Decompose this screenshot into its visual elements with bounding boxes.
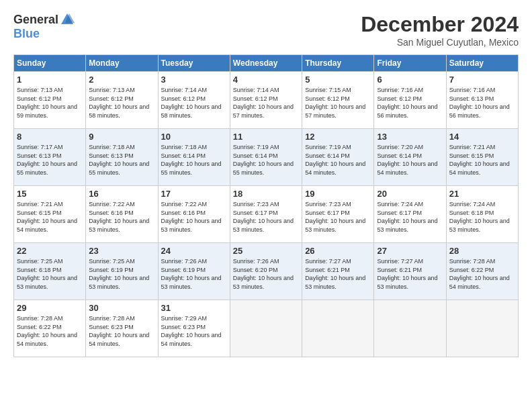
- table-row: 26 Sunrise: 7:27 AMSunset: 6:21 PMDaylig…: [302, 243, 374, 300]
- table-row: 16 Sunrise: 7:22 AMSunset: 6:16 PMDaylig…: [86, 186, 158, 243]
- day-number: 5: [305, 75, 371, 85]
- day-number: 24: [161, 246, 227, 256]
- table-row: 8 Sunrise: 7:17 AMSunset: 6:13 PMDayligh…: [14, 129, 86, 186]
- day-info: Sunrise: 7:23 AMSunset: 6:17 PMDaylight:…: [233, 201, 294, 233]
- logo-general-text: General: [13, 13, 58, 27]
- table-row: 1 Sunrise: 7:13 AMSunset: 6:12 PMDayligh…: [14, 72, 86, 129]
- table-row: 5 Sunrise: 7:15 AMSunset: 6:12 PMDayligh…: [302, 72, 374, 129]
- title-section: December 2024 San Miguel Cuyutlan, Mexic…: [361, 12, 519, 48]
- day-info: Sunrise: 7:19 AMSunset: 6:14 PMDaylight:…: [233, 144, 294, 176]
- table-row: 13 Sunrise: 7:20 AMSunset: 6:14 PMDaylig…: [374, 129, 446, 186]
- day-info: Sunrise: 7:27 AMSunset: 6:21 PMDaylight:…: [377, 258, 437, 290]
- day-number: 18: [233, 189, 299, 199]
- day-number: 19: [305, 189, 371, 199]
- calendar-table: Sunday Monday Tuesday Wednesday Thursday…: [13, 54, 519, 357]
- logo-blue-text: Blue: [13, 27, 40, 41]
- day-number: 27: [377, 246, 443, 256]
- day-info: Sunrise: 7:20 AMSunset: 6:14 PMDaylight:…: [377, 144, 437, 176]
- table-row: [446, 300, 518, 357]
- day-info: Sunrise: 7:28 AMSunset: 6:22 PMDaylight:…: [449, 258, 510, 290]
- day-number: 29: [17, 303, 83, 313]
- logo: General Blue: [13, 12, 75, 41]
- day-number: 17: [161, 189, 227, 199]
- day-number: 1: [17, 75, 83, 85]
- day-info: Sunrise: 7:19 AMSunset: 6:14 PMDaylight:…: [305, 144, 365, 176]
- table-row: [374, 300, 446, 357]
- day-number: 15: [17, 189, 83, 199]
- col-thursday: Thursday: [302, 55, 374, 72]
- day-info: Sunrise: 7:26 AMSunset: 6:19 PMDaylight:…: [161, 258, 222, 290]
- table-row: 29 Sunrise: 7:28 AMSunset: 6:22 PMDaylig…: [14, 300, 86, 357]
- calendar-week-row: 22 Sunrise: 7:25 AMSunset: 6:18 PMDaylig…: [14, 243, 519, 300]
- calendar-week-row: 8 Sunrise: 7:17 AMSunset: 6:13 PMDayligh…: [14, 129, 519, 186]
- day-info: Sunrise: 7:27 AMSunset: 6:21 PMDaylight:…: [305, 258, 365, 290]
- day-info: Sunrise: 7:18 AMSunset: 6:14 PMDaylight:…: [161, 144, 222, 176]
- table-row: 9 Sunrise: 7:18 AMSunset: 6:13 PMDayligh…: [86, 129, 158, 186]
- table-row: 15 Sunrise: 7:21 AMSunset: 6:15 PMDaylig…: [14, 186, 86, 243]
- day-info: Sunrise: 7:28 AMSunset: 6:23 PMDaylight:…: [89, 315, 149, 347]
- day-info: Sunrise: 7:15 AMSunset: 6:12 PMDaylight:…: [305, 87, 365, 119]
- day-number: 7: [449, 75, 515, 85]
- col-monday: Monday: [86, 55, 158, 72]
- col-sunday: Sunday: [14, 55, 86, 72]
- logo-icon: [60, 12, 75, 27]
- header: General Blue December 2024 San Miguel Cu…: [13, 12, 519, 48]
- table-row: 17 Sunrise: 7:22 AMSunset: 6:16 PMDaylig…: [158, 186, 230, 243]
- day-number: 20: [377, 189, 443, 199]
- day-number: 11: [233, 132, 299, 142]
- day-number: 16: [89, 189, 154, 199]
- table-row: 22 Sunrise: 7:25 AMSunset: 6:18 PMDaylig…: [14, 243, 86, 300]
- table-row: 20 Sunrise: 7:24 AMSunset: 6:17 PMDaylig…: [374, 186, 446, 243]
- day-info: Sunrise: 7:22 AMSunset: 6:16 PMDaylight:…: [89, 201, 149, 233]
- table-row: 28 Sunrise: 7:28 AMSunset: 6:22 PMDaylig…: [446, 243, 518, 300]
- day-number: 22: [17, 246, 83, 256]
- day-number: 13: [377, 132, 443, 142]
- col-saturday: Saturday: [446, 55, 518, 72]
- col-tuesday: Tuesday: [158, 55, 230, 72]
- day-info: Sunrise: 7:21 AMSunset: 6:15 PMDaylight:…: [449, 144, 510, 176]
- day-info: Sunrise: 7:24 AMSunset: 6:18 PMDaylight:…: [449, 201, 510, 233]
- day-info: Sunrise: 7:25 AMSunset: 6:18 PMDaylight:…: [17, 258, 77, 290]
- calendar-week-row: 1 Sunrise: 7:13 AMSunset: 6:12 PMDayligh…: [14, 72, 519, 129]
- day-info: Sunrise: 7:14 AMSunset: 6:12 PMDaylight:…: [161, 87, 222, 119]
- day-info: Sunrise: 7:16 AMSunset: 6:12 PMDaylight:…: [377, 87, 437, 119]
- table-row: 4 Sunrise: 7:14 AMSunset: 6:12 PMDayligh…: [230, 72, 302, 129]
- table-row: [302, 300, 374, 357]
- table-row: 25 Sunrise: 7:26 AMSunset: 6:20 PMDaylig…: [230, 243, 302, 300]
- day-info: Sunrise: 7:17 AMSunset: 6:13 PMDaylight:…: [17, 144, 77, 176]
- table-row: 24 Sunrise: 7:26 AMSunset: 6:19 PMDaylig…: [158, 243, 230, 300]
- day-number: 2: [89, 75, 154, 85]
- month-title: December 2024: [361, 12, 519, 37]
- table-row: 27 Sunrise: 7:27 AMSunset: 6:21 PMDaylig…: [374, 243, 446, 300]
- day-number: 4: [233, 75, 299, 85]
- table-row: 3 Sunrise: 7:14 AMSunset: 6:12 PMDayligh…: [158, 72, 230, 129]
- day-info: Sunrise: 7:24 AMSunset: 6:17 PMDaylight:…: [377, 201, 437, 233]
- calendar-week-row: 15 Sunrise: 7:21 AMSunset: 6:15 PMDaylig…: [14, 186, 519, 243]
- location: San Miguel Cuyutlan, Mexico: [361, 37, 519, 48]
- table-row: [230, 300, 302, 357]
- day-number: 10: [161, 132, 227, 142]
- table-row: 18 Sunrise: 7:23 AMSunset: 6:17 PMDaylig…: [230, 186, 302, 243]
- table-row: 12 Sunrise: 7:19 AMSunset: 6:14 PMDaylig…: [302, 129, 374, 186]
- calendar-header-row: Sunday Monday Tuesday Wednesday Thursday…: [14, 55, 519, 72]
- table-row: 21 Sunrise: 7:24 AMSunset: 6:18 PMDaylig…: [446, 186, 518, 243]
- col-friday: Friday: [374, 55, 446, 72]
- day-number: 25: [233, 246, 299, 256]
- day-number: 30: [89, 303, 154, 313]
- day-info: Sunrise: 7:23 AMSunset: 6:17 PMDaylight:…: [305, 201, 365, 233]
- day-number: 12: [305, 132, 371, 142]
- table-row: 2 Sunrise: 7:13 AMSunset: 6:12 PMDayligh…: [86, 72, 158, 129]
- day-number: 6: [377, 75, 443, 85]
- day-number: 31: [161, 303, 227, 313]
- table-row: 19 Sunrise: 7:23 AMSunset: 6:17 PMDaylig…: [302, 186, 374, 243]
- table-row: 7 Sunrise: 7:16 AMSunset: 6:13 PMDayligh…: [446, 72, 518, 129]
- day-number: 8: [17, 132, 83, 142]
- day-info: Sunrise: 7:28 AMSunset: 6:22 PMDaylight:…: [17, 315, 77, 347]
- day-info: Sunrise: 7:14 AMSunset: 6:12 PMDaylight:…: [233, 87, 294, 119]
- table-row: 30 Sunrise: 7:28 AMSunset: 6:23 PMDaylig…: [86, 300, 158, 357]
- day-info: Sunrise: 7:13 AMSunset: 6:12 PMDaylight:…: [17, 87, 77, 119]
- day-info: Sunrise: 7:13 AMSunset: 6:12 PMDaylight:…: [89, 87, 149, 119]
- day-info: Sunrise: 7:18 AMSunset: 6:13 PMDaylight:…: [89, 144, 149, 176]
- day-number: 21: [449, 189, 515, 199]
- day-number: 3: [161, 75, 227, 85]
